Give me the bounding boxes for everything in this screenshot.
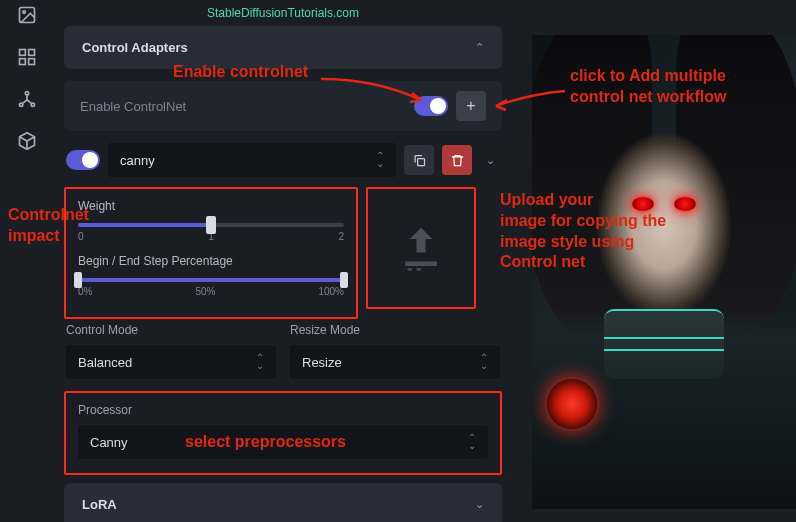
range-ticks: 0%50%100% — [78, 286, 344, 297]
chevron-up-icon: ⌃ — [475, 41, 484, 54]
nodes-icon[interactable] — [17, 89, 37, 109]
adapter-row: canny ⌃⌄ ⌄ — [64, 143, 502, 177]
svg-point-1 — [23, 11, 25, 13]
image-icon[interactable] — [17, 5, 37, 25]
range-label: Begin / End Step Percentage — [78, 254, 344, 268]
add-controlnet-button[interactable]: + — [456, 91, 486, 121]
grid-icon[interactable] — [17, 47, 37, 67]
svg-rect-3 — [29, 50, 35, 56]
weight-label: Weight — [78, 199, 344, 213]
processor-box: Processor Canny ⌃⌄ — [64, 391, 502, 475]
processor-select[interactable]: Canny ⌃⌄ — [78, 425, 488, 459]
settings-column: StableDiffusionTutorials.com Control Ada… — [64, 0, 502, 522]
svg-point-6 — [25, 92, 28, 95]
svg-rect-2 — [20, 50, 26, 56]
enable-label: Enable ControlNet — [80, 99, 186, 114]
select-carets-icon: ⌃⌄ — [468, 434, 476, 450]
svg-point-8 — [31, 103, 34, 106]
control-mode-label: Control Mode — [66, 323, 276, 337]
chevron-down-icon: ⌄ — [475, 498, 484, 511]
svg-rect-4 — [20, 59, 26, 65]
select-carets-icon: ⌃⌄ — [376, 152, 384, 168]
svg-point-7 — [20, 103, 23, 106]
enable-controlnet-toggle[interactable] — [414, 96, 448, 116]
delete-button[interactable] — [442, 145, 472, 175]
lora-header[interactable]: LoRA ⌄ — [64, 483, 502, 522]
adapter-type-select[interactable]: canny ⌃⌄ — [108, 143, 396, 177]
resize-mode-label: Resize Mode — [290, 323, 500, 337]
select-carets-icon: ⌃⌄ — [256, 354, 264, 370]
range-slider[interactable] — [78, 278, 344, 282]
brand-text: StableDiffusionTutorials.com — [64, 0, 502, 26]
svg-rect-5 — [29, 59, 35, 65]
upload-dropzone[interactable] — [366, 187, 476, 309]
processor-label: Processor — [78, 403, 488, 417]
expand-button[interactable]: ⌄ — [480, 145, 500, 175]
weight-slider[interactable] — [78, 223, 344, 227]
enable-controlnet-row: Enable ControlNet + — [64, 81, 502, 131]
left-rail — [0, 0, 54, 522]
copy-button[interactable] — [404, 145, 434, 175]
adapter-type-value: canny — [120, 153, 155, 168]
control-adapters-header[interactable]: Control Adapters ⌃ — [64, 26, 502, 69]
adapter-enable-toggle[interactable] — [66, 150, 100, 170]
cube-icon[interactable] — [17, 131, 37, 151]
select-carets-icon: ⌃⌄ — [480, 354, 488, 370]
panel-title: Control Adapters — [82, 40, 188, 55]
panel-title: LoRA — [82, 497, 117, 512]
control-mode-select[interactable]: Balanced ⌃⌄ — [66, 345, 276, 379]
preview-image — [532, 35, 796, 509]
resize-mode-select[interactable]: Resize ⌃⌄ — [290, 345, 500, 379]
svg-rect-9 — [417, 158, 424, 165]
weight-range-box: Weight 012 Begin / End Step Percentage 0… — [64, 187, 358, 319]
